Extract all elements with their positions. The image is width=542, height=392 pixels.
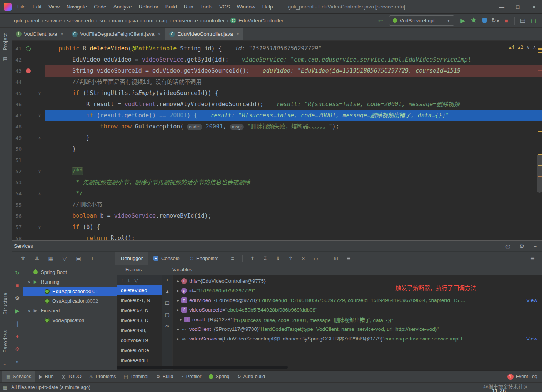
inspections-widget[interactable]: ▲4 ▲2 ∨ ∧ <box>509 45 536 50</box>
menu-run[interactable]: Run <box>180 0 197 13</box>
frame-row[interactable]: invokeAndH <box>117 355 162 365</box>
grid-icon[interactable]: ⊞ <box>330 255 342 262</box>
watch-icon[interactable]: ∞ <box>165 323 169 329</box>
add-icon[interactable]: + <box>85 255 99 262</box>
resume-icon[interactable]: ▶ <box>15 308 20 314</box>
detach-icon[interactable]: ⇑ <box>284 255 297 262</box>
statusbar-item-services[interactable]: ▦Services <box>2 371 35 383</box>
event-log-button[interactable]: Event Log <box>516 374 537 379</box>
code-text[interactable]: public R deleteVideo(@PathVariable Strin… <box>45 43 542 54</box>
snapshot-icon[interactable]: ▢ <box>165 312 170 317</box>
add-icon[interactable]: + <box>166 277 169 283</box>
code-text[interactable]: return R.ok(); <box>45 233 542 240</box>
debug-tab-debugger[interactable]: Debugger <box>115 252 148 265</box>
fold-icon[interactable]: ∧ <box>35 132 45 143</box>
preview-icon[interactable]: ▣ <box>72 255 85 262</box>
tree-item-spring-boot[interactable]: Spring Boot <box>23 267 117 277</box>
filter-icon[interactable]: ▽ <box>58 255 72 262</box>
close-icon[interactable]: × <box>60 31 63 37</box>
breakpoint-stripe-mark[interactable] <box>538 70 542 71</box>
warning-stripe-mark[interactable] <box>538 48 542 50</box>
frame-row[interactable]: invokeForRe <box>117 345 162 355</box>
menu-view[interactable]: View <box>45 0 63 13</box>
menu-analyze[interactable]: Analyze <box>110 0 135 13</box>
code-text[interactable]: if (!StringUtils.isEmpty(videoSourceId))… <box>45 88 542 99</box>
tree-item-running[interactable]: ∨▶Running <box>23 277 117 287</box>
expand-icon[interactable]: ▸ <box>178 317 184 322</box>
pause-icon[interactable]: ∥ <box>16 320 19 327</box>
frames-up-icon[interactable]: ↑ <box>121 277 123 283</box>
code-text[interactable]: EduVideo eduVideo = videoService.getById… <box>45 54 542 65</box>
screen-share-icon[interactable]: ▢ <box>528 16 539 26</box>
chevron-down-icon[interactable]: ∨ <box>26 280 32 284</box>
breadcrumb-item-src[interactable]: src <box>98 18 107 23</box>
frame-row[interactable]: invoke:43, D <box>117 315 162 325</box>
expand-icon[interactable]: ▸ <box>175 298 181 302</box>
code-text[interactable]: boolean b = videoService.removeById(id); <box>45 210 542 222</box>
editor-scrollbar[interactable] <box>537 154 542 193</box>
more-icon[interactable]: » <box>16 359 19 365</box>
fold-icon[interactable]: ∨ <box>35 222 45 233</box>
hide-icon[interactable]: − <box>534 243 537 249</box>
stripe-favorites[interactable]: Favorites <box>3 330 8 352</box>
warning-stripe-mark[interactable] <box>538 52 542 53</box>
fold-icon[interactable]: ∨ <box>35 110 45 121</box>
menu-navigate[interactable]: Navigate <box>63 0 90 13</box>
chevron-down-icon[interactable]: ∨ <box>527 45 530 50</box>
code-text[interactable]: } <box>45 143 542 155</box>
breadcrumb-item-eduvideocontroller[interactable]: EduVideoController <box>238 18 284 23</box>
chevron-up-icon[interactable]: ∧ <box>533 45 536 50</box>
scroll-up-icon[interactable]: ▲ <box>165 289 170 294</box>
drop-frame-icon[interactable]: × <box>297 255 310 262</box>
breadcrumb-item-com[interactable]: com <box>143 18 154 23</box>
tree-item-finished[interactable]: ∨▶Finished <box>23 306 117 315</box>
statusbar-item-spring[interactable]: Spring <box>205 371 233 383</box>
gear-icon[interactable]: ⚙ <box>519 243 524 249</box>
breadcrumb-item-controller[interactable]: controller <box>203 18 226 23</box>
statusbar-item-build[interactable]: ⚙Build <box>152 371 177 383</box>
tree-item-eduapplication[interactable]: EduApplication :8001 <box>23 287 117 296</box>
view-link[interactable]: View <box>525 336 537 342</box>
breadcrumb-item-main[interactable]: main <box>111 18 124 23</box>
variable-row-this[interactable]: ▸tthis = {EduVideoController@9775} <box>173 276 542 286</box>
frame-row[interactable]: invoke0:-1, N <box>117 295 162 305</box>
frames-filter-icon[interactable]: ▽ <box>134 277 138 283</box>
collapse-all-icon[interactable]: ⇊ <box>30 255 44 262</box>
dump-icon[interactable]: ↧ <box>259 255 272 262</box>
code-text[interactable]: //删除小节 <box>45 199 542 210</box>
run-configuration-select[interactable]: VodServiceImpl ▼ <box>389 15 454 26</box>
override-method-icon[interactable]: ↑ <box>26 46 31 51</box>
back-arrow-icon[interactable]: ↩ <box>375 16 386 26</box>
code-text[interactable]: } <box>45 132 542 143</box>
close-icon[interactable]: × <box>526 0 542 14</box>
code-text[interactable]: * 先删视频在删小节，删除小节再删视频的话小节的信息也会被删除 <box>45 177 542 188</box>
menu-window[interactable]: Window <box>233 0 259 13</box>
frame-row[interactable]: deleteVideo <box>117 285 162 295</box>
breadcrumb-item-service-edu[interactable]: service-edu <box>66 18 95 23</box>
restore-layout-icon[interactable]: ≣ <box>526 255 539 262</box>
frame-row[interactable]: invoke:498, <box>117 325 162 335</box>
copy-icon[interactable]: ▤ <box>165 300 170 306</box>
minimize-icon[interactable]: — <box>494 0 510 14</box>
expand-icon[interactable]: ▸ <box>175 279 181 283</box>
profiler-restart-icon[interactable]: ↻▼ <box>490 15 501 26</box>
statusbar-item-problems[interactable]: ⚠Problems <box>85 371 120 383</box>
expand-icon[interactable]: ▸ <box>175 337 181 341</box>
fold-icon[interactable]: ∨ <box>35 88 45 99</box>
maximize-icon[interactable]: □ <box>510 0 526 14</box>
window-layout-icon[interactable]: ▦ <box>3 385 7 390</box>
debug-tab-endpoints[interactable]: ∷Endpoints <box>185 252 224 265</box>
expand-all-icon[interactable]: ⇈ <box>16 255 30 262</box>
menu-help[interactable]: Help <box>259 0 277 13</box>
stop-button[interactable]: ■ <box>501 16 512 26</box>
code-text[interactable]: R result = vodClient.removeAlyVideo(vide… <box>45 99 542 110</box>
view-link[interactable]: View <box>525 297 537 303</box>
update-app-icon[interactable]: ↥ <box>246 255 259 262</box>
menu-code[interactable]: Code <box>90 0 110 13</box>
warning-stripe-mark[interactable] <box>538 131 542 132</box>
statusbar-item-run[interactable]: ▶Run <box>35 371 57 383</box>
code-text[interactable]: */ <box>45 188 542 199</box>
variable-row-videosourceid[interactable]: ▸fvideoSourceId = "ebeb4e50b5f544028bf08… <box>173 305 542 315</box>
menu-build[interactable]: Build <box>162 0 180 13</box>
frame-row[interactable]: invoke:62, N <box>117 305 162 315</box>
